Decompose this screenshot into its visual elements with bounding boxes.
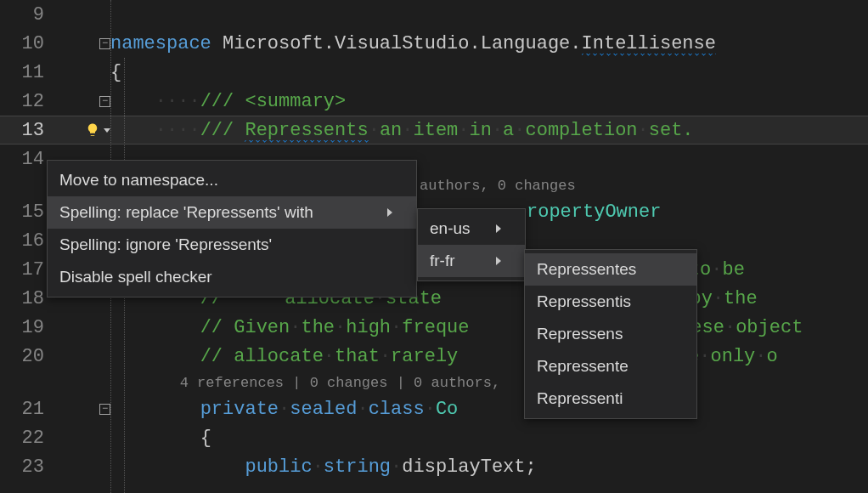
code-line[interactable]: 22 { <box>0 423 868 452</box>
line-number: 10 <box>0 33 51 54</box>
whitespace-dots: ···· <box>155 91 200 112</box>
menu-item-label: Repressenti <box>537 389 623 408</box>
type-name: ropertyOwner <box>527 201 661 223</box>
menu-item-label: Disable spell checker <box>59 268 212 286</box>
chevron-right-icon <box>496 257 501 265</box>
line-number: 15 <box>0 201 51 223</box>
line-number: 20 <box>0 346 51 367</box>
code-line[interactable]: 11 { <box>0 58 868 87</box>
menu-item-label: Spelling: replace 'Repressents' with <box>59 203 313 222</box>
line-number: 19 <box>0 317 51 338</box>
misspelled-word[interactable]: Repressents <box>245 120 368 143</box>
menu-item-label: Repressente <box>537 357 628 376</box>
fold-minus-icon[interactable]: − <box>99 38 110 49</box>
menu-item-label: Repressentis <box>537 292 631 311</box>
namespace-part: Microsoft <box>223 33 324 54</box>
whitespace-dots: ···· <box>155 120 200 141</box>
margin[interactable]: − <box>68 38 110 49</box>
code-actions-menu[interactable]: Move to namespace... Spelling: replace '… <box>47 160 417 298</box>
codelens-text[interactable]: 4 references | 0 changes | 0 authors, <box>180 375 510 391</box>
line-number: 12 <box>0 91 51 112</box>
language-submenu[interactable]: en-us fr-fr <box>417 208 526 281</box>
lang-en-us-item[interactable]: en-us <box>418 212 525 245</box>
spelling-ignore-item[interactable]: Spelling: ignore 'Repressents' <box>48 229 416 261</box>
namespace-part: Intellisense <box>582 33 716 56</box>
suggestion-item[interactable]: Repressente <box>525 350 696 382</box>
menu-item-label: Move to namespace... <box>59 171 218 190</box>
move-to-namespace-item[interactable]: Move to namespace... <box>48 164 416 196</box>
chevron-right-icon <box>387 208 392 217</box>
code-line-active[interactable]: 13 ····/// Repressents·an·item·in·a·comp… <box>0 116 868 144</box>
lightbulb-icon <box>85 122 100 138</box>
brace: { <box>110 62 121 83</box>
codelens-text[interactable]: authors, 0 changes <box>420 178 576 194</box>
code-line[interactable]: 19 // Given·the·high·frequeh·these·objec… <box>0 313 868 342</box>
doc-comment: /// <summary> <box>200 91 347 112</box>
namespace-part: VisualStudio <box>335 33 469 54</box>
code-line[interactable]: 21 − private·sealed·class·Co <box>0 394 868 423</box>
code-line[interactable]: 9 <box>0 0 868 29</box>
keyword: namespace <box>110 33 211 54</box>
chevron-right-icon <box>496 224 501 233</box>
code-line[interactable]: 23 public·string·displayText; <box>0 452 868 481</box>
line-number: 21 <box>0 399 51 420</box>
menu-item-label: Repressens <box>537 325 623 343</box>
fold-minus-icon[interactable]: − <box>99 404 110 415</box>
menu-item-label: Repressentes <box>537 260 636 279</box>
line-number: 16 <box>0 230 51 252</box>
suggestion-item[interactable]: Repressentes <box>525 253 696 286</box>
line-number: 22 <box>0 428 51 449</box>
codelens[interactable]: 4 references | 0 changes | 0 authors, <box>0 371 868 394</box>
line-number: 11 <box>0 62 51 83</box>
menu-item-label: en-us <box>430 219 471 238</box>
menu-item-label: Spelling: ignore 'Repressents' <box>59 235 272 254</box>
chevron-down-icon <box>104 128 110 133</box>
code-line[interactable]: 10 − namespace Microsoft.VisualStudio.La… <box>0 29 868 58</box>
line-number: 9 <box>0 4 51 26</box>
line-number: 14 <box>0 149 51 170</box>
menu-item-label: fr-fr <box>430 252 455 270</box>
code-line[interactable]: 12 − ····/// <summary> <box>0 87 868 116</box>
code-editor[interactable]: 9 10 − namespace Microsoft.VisualStudio.… <box>0 0 868 493</box>
suggestion-item[interactable]: Repressens <box>525 318 696 350</box>
namespace-part: Language <box>481 33 571 54</box>
disable-spell-checker-item[interactable]: Disable spell checker <box>48 261 416 293</box>
code-actions-margin[interactable] <box>68 122 110 138</box>
suggestion-item[interactable]: Repressentis <box>525 286 696 318</box>
line-number: 23 <box>0 456 51 478</box>
doc-comment: /// <box>200 120 245 141</box>
line-number: 18 <box>0 288 51 309</box>
fold-minus-icon[interactable]: − <box>99 96 110 107</box>
suggestions-submenu[interactable]: Repressentes Repressentis Repressens Rep… <box>524 249 697 419</box>
suggestion-item[interactable]: Repressenti <box>525 382 696 415</box>
lang-fr-fr-item[interactable]: fr-fr <box>418 245 525 277</box>
margin[interactable]: − <box>68 96 110 107</box>
spelling-replace-item[interactable]: Spelling: replace 'Repressents' with <box>48 196 416 229</box>
line-number: 17 <box>0 259 51 280</box>
lightbulb-button[interactable] <box>85 122 110 138</box>
code-line[interactable]: 20 // allocate·that·rarelystate·only·o <box>0 342 868 371</box>
line-number: 13 <box>0 120 51 141</box>
